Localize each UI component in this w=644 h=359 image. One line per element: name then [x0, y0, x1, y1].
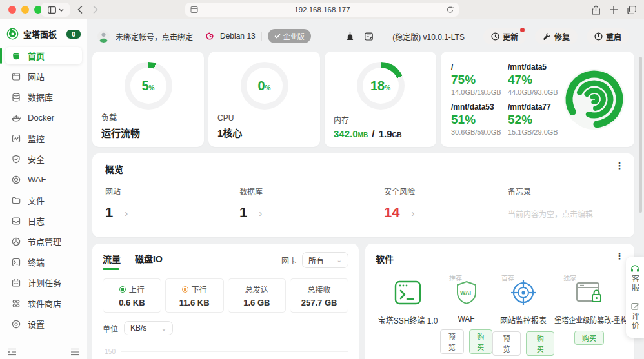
new-tab-icon[interactable]	[610, 6, 618, 14]
traffic-stat-down[interactable]: 下行 11.6 KB	[165, 278, 224, 313]
chevron-right-icon[interactable]: ›	[125, 208, 128, 218]
edition-badge[interactable]: 企业版	[268, 29, 311, 43]
software-menu-icon[interactable]: ⋮	[615, 251, 624, 260]
sidebar-item-nodes[interactable]: 节点管理	[5, 233, 82, 250]
sidebar-item-logs[interactable]: 日志	[5, 212, 82, 229]
preview-button[interactable]: 预览	[492, 331, 521, 356]
restart-button[interactable]: 重启	[587, 28, 629, 44]
collapse-sidebar-icon[interactable]	[8, 348, 17, 356]
buy-button[interactable]: 购买	[469, 329, 492, 354]
sidebar-item-database[interactable]: 数据库	[5, 88, 82, 106]
overview-site[interactable]: 网站 1›	[105, 186, 239, 221]
memo-placeholder[interactable]: 当前内容为空，点击编辑	[508, 208, 621, 219]
sidebar-item-label: 网站	[28, 70, 45, 82]
feedback-tab[interactable]: 评价	[630, 302, 641, 330]
floating-side-panel: 客服 评价	[626, 257, 644, 338]
url-text[interactable]: 192.168.168.177	[198, 6, 447, 14]
reload-icon[interactable]	[447, 6, 454, 14]
sidebar-item-terminal[interactable]: 终端	[5, 253, 82, 271]
shield-check-icon	[11, 154, 21, 164]
sidebar-item-waf[interactable]: WAF	[5, 171, 82, 188]
forward-button[interactable]	[88, 3, 103, 17]
sidebar-item-docker[interactable]: Docker	[5, 109, 82, 126]
disk-item[interactable]: /mnt/data53 51% 30.6GB/59.0GB	[451, 102, 504, 136]
alarm-icon[interactable]	[345, 32, 355, 41]
sidebar-item-label: 监控	[28, 132, 45, 144]
minimize-window-button[interactable]	[21, 6, 29, 14]
disk-item[interactable]: /mnt/data77 52% 15.1GB/29.0GB	[508, 102, 561, 136]
software-title: 软件	[376, 252, 624, 265]
message-count-badge[interactable]: 0	[66, 30, 81, 39]
software-item-ssh[interactable]: 宝塔SSH终端 1.0	[376, 275, 440, 356]
cpu-card[interactable]: 0% CPU 1核心	[208, 52, 320, 147]
close-window-button[interactable]	[8, 6, 16, 14]
sidebar-item-website[interactable]: 网站	[5, 68, 82, 85]
avatar[interactable]	[97, 30, 110, 43]
software-item-waf[interactable]: 推荐 WAF WAF 预览 购买	[440, 275, 492, 356]
divider	[383, 32, 383, 41]
scrollbar-thumb[interactable]	[639, 57, 642, 213]
memo-icon[interactable]	[364, 32, 374, 41]
buy-button[interactable]: 购买	[526, 331, 554, 356]
divider	[474, 32, 474, 41]
up-series-dot	[119, 286, 126, 293]
sidebar-item-monitor[interactable]: 监控	[5, 130, 82, 147]
support-tab[interactable]: 客服	[630, 264, 641, 293]
software-tag: 独家	[563, 273, 576, 282]
menu-list-icon[interactable]	[70, 348, 79, 356]
sidebar-item-home[interactable]: 首页	[5, 47, 82, 64]
sidebar-item-cron[interactable]: 计划任务	[5, 274, 82, 291]
disk-item[interactable]: / 75% 14.0GB/19.5GB	[451, 63, 504, 96]
sidebar-toggle-button[interactable]	[41, 3, 70, 17]
preview-button[interactable]: 预览	[440, 329, 463, 354]
traffic-stat-received: 总接收 257.7 GB	[290, 278, 348, 313]
software-item-monitor-report[interactable]: 首荐 网站监控报表 预览 购买	[492, 275, 554, 356]
overview-menu-icon[interactable]: ⋮	[615, 161, 624, 170]
sidebar-item-files[interactable]: 文件	[5, 191, 82, 209]
sidebar: 宝塔面板 0 首页 网站 数据库 Docker 监控 安全 WAF	[0, 19, 87, 359]
sidebar-icon	[48, 6, 56, 14]
back-button[interactable]	[72, 3, 88, 17]
unit-select[interactable]: KB/s⌄	[124, 321, 173, 335]
sidebar-item-label: 数据库	[28, 91, 53, 103]
software-item-tamper-proof[interactable]: 独家 堡塔企业级防篡改-重构版 购买	[554, 275, 624, 356]
update-alert-dot	[520, 28, 525, 32]
chevron-right-icon[interactable]: ›	[411, 208, 414, 218]
docker-icon	[11, 113, 21, 123]
chevron-right-icon[interactable]: ›	[259, 208, 262, 218]
traffic-card: 流量 磁盘IO 网卡 所有⌄ 上行 0.6 KB 下行 11.6 KB	[92, 244, 359, 359]
overview-database[interactable]: 数据库 1›	[239, 186, 384, 221]
buy-button[interactable]: 购买	[574, 331, 604, 345]
traffic-chart: 150	[103, 348, 348, 355]
traffic-stat-sent: 总发送 1.6 GB	[228, 278, 287, 313]
update-button[interactable]: 更新	[483, 28, 526, 44]
panel-version: (稳定版) v10.0.1-LTS	[392, 31, 465, 42]
disk-item[interactable]: /mnt/data5 47% 44.0GB/93.0GB	[508, 63, 561, 96]
memory-label: 内存	[334, 114, 401, 125]
sidebar-item-label: 计划任务	[28, 277, 61, 289]
memory-donut: 18%	[357, 62, 405, 110]
database-icon	[11, 92, 21, 102]
disk-card[interactable]: / 75% 14.0GB/19.5GB /mnt/data5 47% 44.0G…	[441, 52, 634, 147]
load-card[interactable]: 5% 负载 运行流畅	[92, 52, 204, 147]
page-settings-icon[interactable]	[190, 6, 198, 14]
overview-memo[interactable]: 备忘录 当前内容为空，点击编辑	[508, 186, 621, 221]
share-icon[interactable]	[592, 5, 600, 15]
bind-account-link[interactable]: 未绑定帐号，点击绑定	[116, 31, 193, 42]
tab-overview-icon[interactable]	[627, 6, 636, 14]
overview-risk[interactable]: 安全风险 14›	[384, 186, 508, 221]
traffic-stat-up[interactable]: 上行 0.6 KB	[103, 278, 161, 313]
tab-traffic[interactable]: 流量	[103, 252, 121, 270]
repair-button[interactable]: 修复	[535, 28, 578, 44]
tab-diskio[interactable]: 磁盘IO	[135, 252, 163, 265]
address-bar[interactable]: 192.168.168.177	[185, 3, 459, 17]
overview-card: 概览 ⋮ 网站 1› 数据库 1› 安全风险 14› 备忘录 当前内容为空，点击…	[92, 153, 634, 237]
nic-select[interactable]: 所有⌄	[302, 252, 348, 268]
sidebar-item-appstore[interactable]: 软件商店	[5, 295, 82, 312]
sidebar-item-label: 文件	[28, 194, 45, 206]
sidebar-item-label: Docker	[28, 113, 54, 122]
memory-card[interactable]: 18% 内存 342.0MB / 1.9GB	[325, 52, 436, 147]
sidebar-item-settings[interactable]: 设置	[5, 315, 82, 333]
sidebar-item-security[interactable]: 安全	[5, 150, 82, 168]
gridline	[121, 351, 348, 352]
